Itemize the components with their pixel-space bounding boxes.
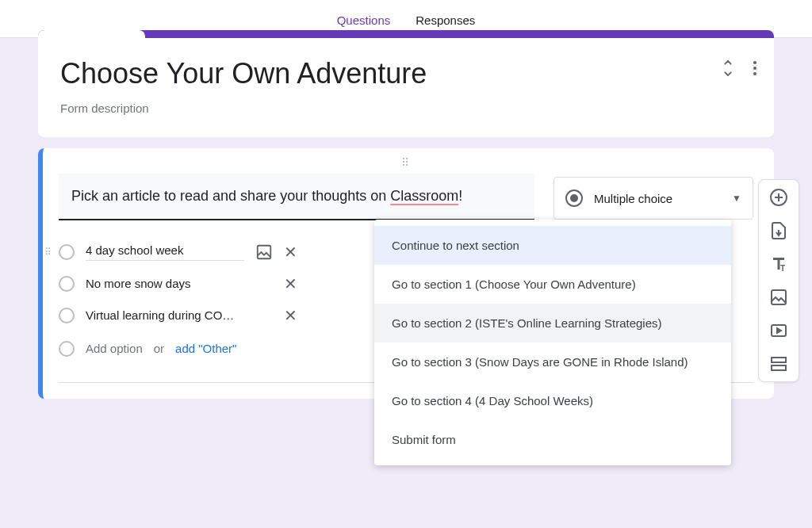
drag-handle-option[interactable]: ⠿ [44,247,52,258]
svg-point-0 [753,61,756,64]
radio-empty-icon [59,341,75,357]
close-icon[interactable]: ✕ [284,274,301,293]
question-row: Pick an article to read and share your t… [59,174,753,220]
dropdown-item-continue[interactable]: Continue to next section [374,226,731,265]
question-text-pre: Pick an article to read and share your t… [71,188,390,204]
form-description[interactable]: Form description [60,101,752,115]
image-icon[interactable] [255,243,273,261]
header-icons [722,60,756,76]
import-questions-icon[interactable] [769,221,788,240]
radio-empty-icon [59,276,75,292]
main-content: Choose Your Own Adventure Form descripti… [0,30,812,399]
svg-rect-11 [772,358,786,362]
add-other-link[interactable]: add "Other" [175,342,236,355]
drag-handle-top[interactable]: ⠿ [59,156,753,169]
question-text-underlined: Classroom [390,188,458,204]
question-text-wrap[interactable]: Pick an article to read and share your t… [59,174,534,220]
svg-rect-3 [258,246,271,259]
svg-rect-12 [772,365,786,370]
option-label[interactable]: 4 day school week [86,243,244,261]
or-text: or [154,342,164,355]
dropdown-item-section-3[interactable]: Go to section 3 (Snow Days are GONE in R… [374,342,731,381]
svg-marker-10 [777,328,781,333]
add-option-text[interactable]: Add option [86,342,143,355]
question-type-select[interactable]: Multiple choice ▼ [553,177,753,220]
close-icon[interactable]: ✕ [284,243,301,262]
form-title[interactable]: Choose Your Own Adventure [60,57,752,90]
svg-point-2 [753,72,756,75]
add-section-icon[interactable] [769,354,788,373]
dropdown-item-section-1[interactable]: Go to section 1 (Choose Your Own Adventu… [374,265,731,304]
form-header-card: Choose Your Own Adventure Form descripti… [38,30,774,137]
dropdown-item-submit[interactable]: Submit form [374,420,731,459]
radio-icon [565,189,583,207]
close-icon[interactable]: ✕ [284,306,301,325]
dropdown-item-section-4[interactable]: Go to section 4 (4 Day School Weeks) [374,381,731,420]
add-image-icon[interactable] [769,288,788,307]
option-label[interactable]: Virtual learning during CO… [86,308,244,322]
option-label[interactable]: No more snow days [86,277,244,290]
chevron-down-icon: ▼ [732,193,741,204]
floating-toolbar: T [758,179,799,382]
radio-empty-icon [59,244,75,260]
collapse-icon[interactable] [722,60,734,76]
svg-point-1 [753,67,756,70]
more-icon[interactable] [753,61,756,75]
question-text-post: ! [458,188,462,204]
dropdown-item-section-2[interactable]: Go to section 2 (ISTE's Online Learning … [374,304,731,342]
add-video-icon[interactable] [769,321,788,340]
add-question-icon[interactable] [769,188,788,207]
add-title-icon[interactable]: T [769,254,788,274]
question-card: ⠿ Pick an article to read and share your… [38,148,774,399]
accent-tab [38,30,145,38]
svg-text:T: T [780,264,785,273]
svg-rect-8 [772,290,786,304]
radio-empty-icon [59,308,75,323]
section-dropdown: Continue to next section Go to section 1… [374,220,731,465]
question-type-label: Multiple choice [594,192,721,205]
